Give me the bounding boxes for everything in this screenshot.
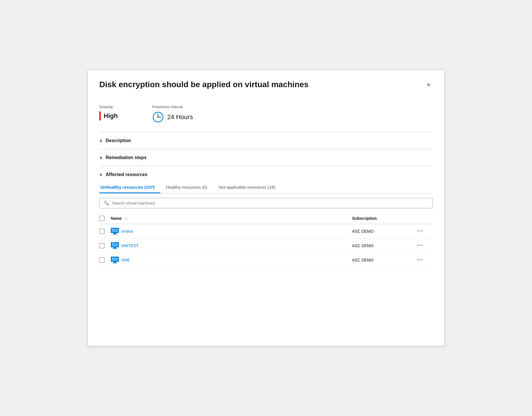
- row-1-checkbox[interactable]: [99, 229, 105, 234]
- row-3-checkbox-col: [99, 257, 111, 263]
- search-input[interactable]: [112, 201, 428, 205]
- svg-point-18: [113, 257, 114, 258]
- row-1-subscription-col: ASC DEMO: [352, 229, 415, 234]
- svg-point-8: [113, 228, 114, 229]
- clock-icon: [152, 111, 164, 123]
- severity-value: High: [99, 111, 118, 121]
- row-1-name-link[interactable]: vmtest: [121, 229, 133, 234]
- svg-point-13: [113, 243, 114, 244]
- row-3-checkbox[interactable]: [99, 257, 105, 263]
- row-3-more-button[interactable]: ···: [415, 256, 425, 264]
- freshness-value: 24 Hours: [152, 111, 193, 123]
- svg-rect-7: [113, 234, 117, 234]
- tab-not-applicable[interactable]: Not applicable resources (18): [218, 182, 281, 193]
- freshness-label: Freshness interval: [152, 105, 193, 109]
- row-3-actions-col: ···: [415, 256, 433, 264]
- description-header[interactable]: ∨ Description: [99, 132, 433, 149]
- row-3-name-link[interactable]: VM6: [121, 258, 130, 262]
- table-row: vmtest ASC DEMO ···: [99, 224, 433, 238]
- remediation-section: ∨ Remediation steps: [88, 149, 444, 166]
- tab-healthy[interactable]: Healthy resources (0): [165, 182, 213, 193]
- row-1-checkbox-col: [99, 229, 111, 234]
- close-button[interactable]: ×: [424, 81, 433, 89]
- vm-icon: [111, 228, 119, 235]
- row-1-subscription: ASC DEMO: [352, 229, 374, 234]
- affected-section: ∧ Affected resources Unhealthy resources…: [88, 166, 444, 267]
- row-2-name-link[interactable]: VMITEST: [121, 243, 139, 248]
- name-column-label: Name: [111, 216, 122, 221]
- row-2-more-button[interactable]: ···: [415, 242, 425, 249]
- row-2-subscription-col: ASC DEMO: [352, 243, 415, 248]
- search-icon: 🔍: [104, 201, 109, 206]
- remediation-title: Remediation steps: [106, 155, 147, 160]
- vm-icon: [111, 242, 119, 249]
- row-3-subscription-col: ASC DEMO: [352, 257, 415, 263]
- svg-rect-15: [112, 257, 118, 261]
- svg-rect-12: [113, 248, 117, 249]
- row-1-name-col: vmtest: [111, 228, 352, 235]
- remediation-chevron: ∨: [99, 155, 102, 160]
- meta-section: Severity High Freshness interval 24 Hour…: [88, 97, 444, 132]
- description-section: ∨ Description: [88, 132, 444, 149]
- vm-icon: [111, 257, 119, 264]
- svg-rect-5: [112, 229, 118, 232]
- resource-tabs: Unhealthy resources (107) Healthy resour…: [99, 182, 433, 193]
- panel-title: Disk encryption should be applied on vir…: [99, 79, 424, 90]
- row-3-subscription: ASC DEMO: [352, 258, 374, 262]
- header-checkbox-col: [99, 216, 111, 221]
- search-box: 🔍: [99, 198, 433, 208]
- header-name-col: Name ↑↓: [111, 216, 352, 221]
- header-subscription-col: Subscription: [352, 216, 415, 221]
- description-chevron: ∨: [99, 138, 102, 143]
- select-all-checkbox[interactable]: [99, 216, 105, 221]
- description-title: Description: [106, 138, 131, 143]
- subscription-column-label: Subscription: [352, 216, 377, 221]
- row-2-checkbox[interactable]: [99, 243, 105, 248]
- freshness-text: 24 Hours: [167, 113, 193, 121]
- sort-icon[interactable]: ↑↓: [124, 216, 128, 220]
- affected-title: Affected resources: [106, 172, 147, 177]
- severity-label: Severity: [99, 105, 118, 109]
- table-row: VM6 ASC DEMO ···: [99, 253, 433, 267]
- row-2-checkbox-col: [99, 243, 111, 248]
- row-2-actions-col: ···: [415, 242, 433, 249]
- severity-text: High: [104, 112, 118, 120]
- freshness-item: Freshness interval 24 Hours: [152, 105, 193, 123]
- table-header: Name ↑↓ Subscription: [99, 213, 433, 224]
- svg-point-3: [157, 117, 159, 118]
- table-row: VMITEST ASC DEMO ···: [99, 238, 433, 253]
- affected-header[interactable]: ∧ Affected resources: [99, 166, 433, 182]
- row-3-name-col: VM6: [111, 257, 352, 264]
- svg-rect-17: [113, 263, 117, 263]
- tab-unhealthy[interactable]: Unhealthy resources (107): [99, 182, 160, 193]
- row-2-subscription: ASC DEMO: [352, 243, 374, 248]
- row-1-more-button[interactable]: ···: [415, 228, 425, 235]
- severity-bar: [99, 111, 101, 121]
- panel-header: Disk encryption should be applied on vir…: [88, 70, 444, 97]
- svg-rect-10: [112, 243, 118, 247]
- affected-chevron: ∧: [99, 172, 102, 177]
- remediation-header[interactable]: ∨ Remediation steps: [99, 149, 433, 166]
- row-1-actions-col: ···: [415, 228, 433, 235]
- row-2-name-col: VMITEST: [111, 242, 352, 249]
- detail-panel: Disk encryption should be applied on vir…: [88, 70, 444, 346]
- severity-item: Severity High: [99, 105, 118, 121]
